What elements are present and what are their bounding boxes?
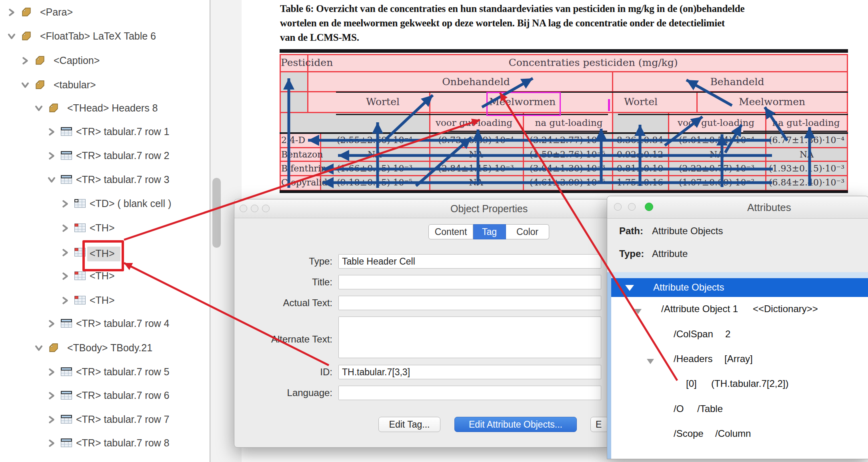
close-icon[interactable] (614, 203, 622, 211)
tree-item-tr7[interactable]: <TR> tabular.7 row 7 (0, 408, 210, 432)
chevron-right-icon[interactable] (61, 199, 70, 208)
chevron-right-icon[interactable] (47, 439, 56, 448)
edit-attribute-objects-button[interactable]: Edit Attribute Objects... (454, 417, 577, 432)
panel-title: Attributes (747, 201, 791, 214)
tag-icon (34, 56, 46, 66)
dialog-titlebar[interactable]: Object Properties (234, 199, 610, 218)
triangle-down-icon[interactable] (647, 359, 654, 364)
tree-item-tr4[interactable]: <TR> tabular.7 row 4 (0, 313, 210, 337)
path-label: Path: (619, 225, 643, 237)
attr-colspan-key[interactable]: /ColSpan (674, 329, 713, 340)
list-top-band (611, 272, 868, 278)
chevron-down-icon[interactable] (21, 81, 30, 90)
tree-item-th1[interactable]: <TH> (0, 217, 210, 241)
tree-item-caption[interactable]: <Caption> (0, 50, 210, 74)
minimize-icon[interactable] (251, 205, 258, 212)
tree-item-tr3[interactable]: <TR> tabular.7 row 3 (0, 169, 210, 193)
chevron-down-icon[interactable] (34, 104, 43, 113)
table-value: NA (668, 149, 765, 159)
table-value: (6.84±2.40)·10⁻³ (765, 177, 848, 187)
tree-item-tabular[interactable]: <tabular> (0, 74, 210, 98)
edit-tag-button[interactable]: Edit Tag... (378, 417, 440, 432)
tree-item-para[interactable]: <Para> (0, 1, 210, 25)
table-value: NA (765, 149, 848, 159)
chevron-right-icon[interactable] (61, 224, 70, 233)
table-value: (1.59±2.76)·10⁻⁵ (523, 149, 612, 159)
row-header-24d: 2,4-D (281, 135, 305, 145)
chevron-right-icon[interactable] (47, 151, 56, 160)
tab-content[interactable]: Content (428, 224, 473, 239)
actual-text-field[interactable] (338, 296, 601, 310)
triangle-down-icon[interactable] (634, 309, 642, 314)
tree-item-tbody[interactable]: <TBody> TBody.21 (0, 337, 210, 361)
chevron-down-icon[interactable] (47, 175, 56, 184)
table-caption-line: Table 6: Overzicht van de concentraties … (280, 3, 744, 14)
type-label: Type: (234, 256, 332, 267)
tab-color[interactable]: Color (506, 224, 549, 239)
chevron-down-icon[interactable] (34, 344, 43, 352)
zoom-window-icon[interactable] (262, 205, 270, 212)
chevron-right-icon[interactable] (47, 319, 56, 328)
tree-item-attribute-objects[interactable]: Attribute Objects (611, 278, 868, 297)
table-blank-cell (280, 91, 308, 113)
tree-item-thead[interactable]: <THead> Headers 8 (0, 97, 210, 121)
id-label: ID: (234, 366, 332, 378)
table-row-icon (61, 175, 72, 185)
tree-item-th4[interactable]: <TH> (0, 289, 210, 313)
table-toprule (280, 49, 848, 53)
attr-scope-key[interactable]: /Scope (674, 428, 704, 439)
zoom-window-icon[interactable] (645, 203, 653, 211)
id-field[interactable] (338, 365, 601, 379)
attr-header0-key[interactable]: [0] (686, 378, 697, 389)
tree-item-floattab[interactable]: <FloatTab> LaTeX Table 6 (0, 25, 210, 49)
referenced-header-highlight (486, 92, 561, 116)
tree-item-tr5[interactable]: <TR> tabular.7 row 5 (0, 361, 210, 385)
dialog-title: Object Properties (450, 203, 528, 215)
chevron-right-icon[interactable] (7, 8, 16, 17)
chevron-right-icon[interactable] (61, 248, 70, 257)
language-field[interactable] (338, 386, 601, 400)
alternate-text-field[interactable] (338, 317, 601, 358)
table-blank-cell (280, 71, 308, 92)
panel-titlebar[interactable]: Attributes (607, 196, 868, 219)
close-icon[interactable] (240, 205, 247, 212)
chevron-right-icon[interactable] (47, 127, 56, 136)
chevron-right-icon[interactable] (61, 272, 70, 281)
table-value: (1.66±0.15)·10⁻³ (320, 163, 429, 173)
minimize-icon[interactable] (628, 203, 636, 211)
table-cell-icon (74, 199, 86, 209)
attribute-tree: Attribute Objects /Attribute Object 1 <<… (607, 272, 868, 459)
tree-item-td-blank[interactable]: <TD> ( blank cell ) (0, 193, 210, 217)
tree-item-tr6[interactable]: <TR> tabular.7 row 6 (0, 384, 210, 408)
tab-tag[interactable]: Tag (473, 224, 506, 239)
tree-item-tr1[interactable]: <TR> tabular.7 row 1 (0, 121, 210, 145)
title-field[interactable] (338, 275, 601, 289)
attr-o-key[interactable]: /O (674, 403, 684, 414)
attr-headers-key[interactable]: /Headers (674, 353, 712, 364)
table-value: (2.55±2.60)·10⁻⁴ (320, 135, 429, 145)
table-value: NA (429, 177, 523, 187)
table-value: 0.92±0.12 (612, 149, 668, 159)
triangle-down-icon[interactable] (625, 285, 634, 291)
scrollbar-thumb[interactable] (212, 178, 221, 248)
tree-item-tr2[interactable]: <TR> tabular.7 row 2 (0, 145, 210, 169)
edit-clipped-button[interactable]: E (590, 417, 609, 432)
table-value: (2.22±0.77)·10⁻³ (668, 163, 765, 173)
type-field[interactable] (338, 254, 601, 269)
col-header-concentraties: Concentraties pesticiden (mg/kg) (453, 57, 733, 68)
chevron-right-icon[interactable] (47, 415, 56, 424)
chevron-down-icon[interactable] (7, 32, 16, 41)
object-properties-dialog: Object Properties Content Tag Color Type… (234, 199, 610, 448)
table-row-icon (61, 127, 72, 137)
chevron-right-icon[interactable] (47, 391, 56, 400)
table-blank-cell (280, 112, 430, 134)
chevron-right-icon[interactable] (61, 296, 70, 305)
table-value: (2.84±1.15)·10⁻³ (429, 163, 523, 173)
table-bottomrule (280, 190, 848, 193)
attr-object-key[interactable]: /Attribute Object 1 (661, 303, 738, 315)
chevron-right-icon[interactable] (21, 56, 30, 65)
attr-scope-value: /Column (715, 428, 751, 439)
table-value: (9.73±6.39)·10⁻⁴ (429, 135, 523, 145)
tree-item-tr8[interactable]: <TR> tabular.7 row 8 (0, 432, 210, 456)
chevron-right-icon[interactable] (47, 368, 56, 376)
